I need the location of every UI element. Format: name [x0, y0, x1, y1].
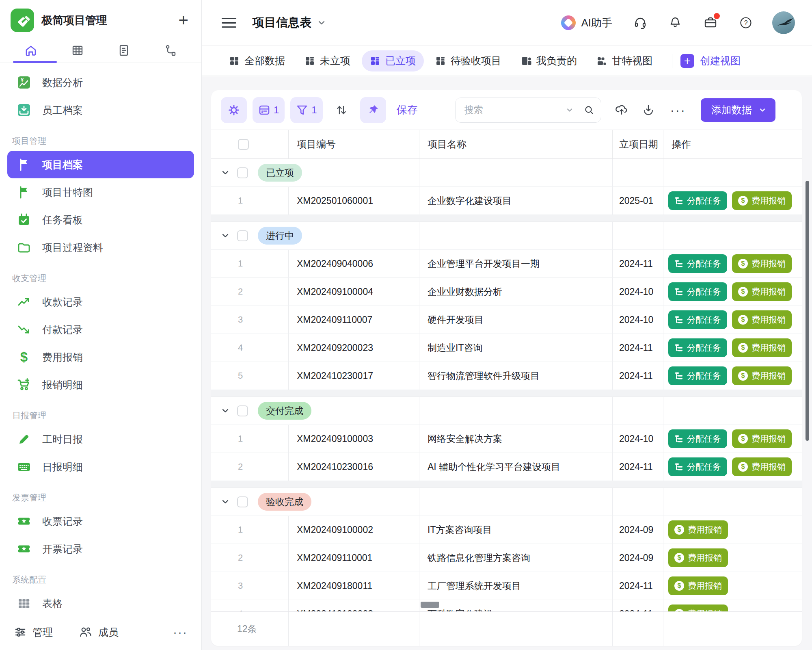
filter-button[interactable]: 1: [290, 97, 322, 123]
table-footer-row: 12条: [211, 611, 802, 646]
sidebar-item-timesheet[interactable]: 工时日报: [7, 425, 194, 453]
table-row[interactable]: 1XM202409100003网络安全解决方案2024-10分配任务$费用报销: [211, 425, 802, 453]
sidebar-item-employee-files[interactable]: 员工档案: [7, 96, 194, 124]
group-chevron-down-icon[interactable]: [221, 406, 230, 415]
ai-assistant-button[interactable]: AI助手: [561, 15, 612, 30]
search-input[interactable]: [464, 104, 566, 116]
expense-button[interactable]: $费用报销: [732, 282, 792, 301]
title-chevron-down-icon[interactable]: [317, 18, 326, 27]
create-view-button[interactable]: + 创建视图: [680, 54, 741, 68]
home-tab[interactable]: [24, 43, 38, 58]
support-button[interactable]: [633, 16, 647, 30]
table-row[interactable]: 4XM202409200023制造业IT咨询2024-11分配任务$费用报销: [211, 334, 802, 362]
view-tab-all-data[interactable]: 全部数据: [221, 50, 293, 72]
sidebar-item-task-board[interactable]: 任务看板: [7, 206, 194, 234]
expense-button[interactable]: $费用报销: [668, 576, 728, 595]
fields-button[interactable]: 1: [253, 97, 285, 123]
sidebar-more-button[interactable]: ···: [173, 625, 188, 639]
export-button[interactable]: [642, 104, 655, 117]
assign-task-button[interactable]: 分配任务: [668, 366, 727, 385]
user-avatar[interactable]: [772, 11, 795, 34]
sidebar-item-project-docs[interactable]: 项目过程资料: [7, 234, 194, 261]
expense-button[interactable]: $费用报销: [732, 254, 792, 273]
manage-button[interactable]: 管理: [14, 626, 53, 639]
sidebar-item-payments[interactable]: 付款记录: [7, 316, 194, 343]
hamburger-menu-icon[interactable]: [222, 18, 236, 28]
column-header-date[interactable]: 立项日期: [613, 130, 663, 158]
expense-button[interactable]: $费用报销: [732, 366, 792, 385]
import-button[interactable]: [615, 104, 628, 117]
sidebar-item-project-gantt[interactable]: 项目甘特图: [7, 178, 194, 206]
expense-button[interactable]: $费用报销: [668, 548, 728, 567]
group-checkbox[interactable]: [237, 230, 248, 241]
sidebar-item-expense[interactable]: $ 费用报销: [7, 343, 194, 371]
table-row[interactable]: 3XM202409110007硬件开发项目2024-10分配任务$费用报销: [211, 306, 802, 334]
add-data-button[interactable]: 添加数据: [701, 98, 775, 122]
column-header-name[interactable]: 项目名称: [419, 130, 613, 158]
search-icon[interactable]: [584, 105, 594, 115]
assign-task-button[interactable]: 分配任务: [668, 191, 727, 210]
horizontal-scrollbar[interactable]: [421, 602, 439, 608]
sidebar-item-daily-detail[interactable]: 日报明细: [7, 453, 194, 481]
table-row[interactable]: 2XM202409100004企业业财数据分析2024-10分配任务$费用报销: [211, 278, 802, 306]
table-row[interactable]: 3XM202409180011工厂管理系统开发项目2024-11$费用报销: [211, 572, 802, 600]
assign-task-button[interactable]: 分配任务: [668, 310, 727, 329]
expense-button[interactable]: $费用报销: [668, 520, 728, 539]
assign-task-button[interactable]: 分配任务: [668, 429, 727, 448]
view-tab-gantt[interactable]: 甘特视图: [588, 50, 661, 72]
column-header-code[interactable]: 项目编号: [289, 130, 419, 158]
sidebar-item-data-analysis[interactable]: ¥ 数据分析: [7, 69, 194, 96]
table-row[interactable]: 5XM202410230017智行物流管理软件升级项目2024-11分配任务$费…: [211, 362, 802, 390]
settings-button[interactable]: [221, 97, 247, 123]
table-row[interactable]: 1XM202409040006企业管理平台开发项目一期2024-11分配任务$费…: [211, 250, 802, 278]
add-app-button[interactable]: +: [178, 12, 191, 29]
sidebar-item-receipts[interactable]: 收款记录: [7, 288, 194, 316]
docs-tab[interactable]: [117, 43, 131, 58]
sidebar-item-tables[interactable]: 表格: [7, 589, 194, 614]
notifications-button[interactable]: [668, 16, 682, 30]
view-tab-pending-acceptance[interactable]: 待验收项目: [427, 50, 510, 72]
tables-tab[interactable]: [70, 43, 85, 58]
members-button[interactable]: 成员: [79, 625, 119, 639]
column-header-ops[interactable]: 操作: [663, 130, 802, 158]
view-tab-my-projects[interactable]: 我负责的: [513, 50, 585, 72]
help-button[interactable]: ?: [739, 16, 753, 30]
group-header-cell: [419, 397, 613, 425]
select-all-checkbox[interactable]: [238, 139, 249, 150]
view-tab-not-established[interactable]: 未立项: [296, 50, 358, 72]
table-row[interactable]: 2XM202410230016AI 辅助个性化学习平台建设项目2024-11分配…: [211, 453, 802, 481]
view-tab-established[interactable]: 已立项: [362, 50, 424, 72]
assign-task-button[interactable]: 分配任务: [668, 338, 727, 357]
toolbar-more-button[interactable]: ···: [670, 103, 686, 117]
pin-button[interactable]: [360, 97, 386, 123]
table-row[interactable]: 1XM202409100002IT方案咨询项目2024-09$费用报销: [211, 516, 802, 544]
save-button[interactable]: 保存: [397, 103, 418, 117]
group-chevron-down-icon[interactable]: [221, 168, 230, 177]
trend-down-icon: [16, 322, 32, 337]
workflow-tab[interactable]: [163, 43, 178, 58]
sidebar-item-project-files[interactable]: 项目档案: [7, 151, 194, 178]
sidebar-item-invoice-out[interactable]: 开票记录: [7, 535, 194, 563]
expense-button[interactable]: $费用报销: [732, 338, 792, 357]
expense-button[interactable]: $费用报销: [732, 429, 792, 448]
expense-button[interactable]: $费用报销: [732, 310, 792, 329]
expense-button[interactable]: $费用报销: [732, 191, 792, 210]
workspace-button[interactable]: [703, 15, 718, 30]
vertical-scrollbar[interactable]: [806, 181, 809, 441]
group-checkbox[interactable]: [237, 167, 248, 178]
group-chevron-down-icon[interactable]: [221, 231, 230, 240]
table-row[interactable]: 2XM202409110001铁路信息化管理方案咨询2024-09$费用报销: [211, 544, 802, 572]
group-checkbox[interactable]: [237, 496, 248, 507]
sidebar-item-invoice-in[interactable]: 收票记录: [7, 507, 194, 535]
table-row[interactable]: 1XM202501060001企业数字化建设项目2025-01分配任务$费用报销: [211, 187, 802, 215]
project-code-cell: XM202409100003: [289, 425, 419, 453]
assign-task-button[interactable]: 分配任务: [668, 457, 727, 476]
group-checkbox[interactable]: [237, 405, 248, 416]
sort-button[interactable]: [328, 97, 354, 123]
assign-task-button[interactable]: 分配任务: [668, 282, 727, 301]
assign-task-button[interactable]: 分配任务: [668, 254, 727, 273]
search-chevron-down-icon[interactable]: [566, 106, 574, 114]
group-chevron-down-icon[interactable]: [221, 497, 230, 506]
sidebar-item-expense-detail[interactable]: 报销明细: [7, 371, 194, 399]
expense-button[interactable]: $费用报销: [732, 457, 792, 476]
